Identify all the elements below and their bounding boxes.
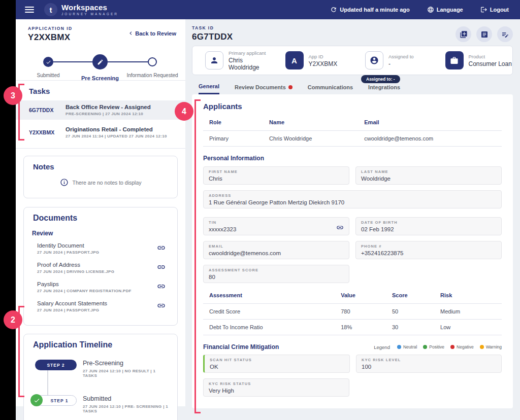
timeline-step-title: Pre-Screening bbox=[83, 360, 169, 367]
duplicate-add-icon bbox=[460, 30, 468, 39]
notes-card: Notes There are no notes to display bbox=[23, 156, 178, 198]
legend-warning: Warning bbox=[480, 344, 502, 349]
duplicate-button[interactable] bbox=[456, 26, 471, 42]
step-submitted-icon[interactable] bbox=[43, 57, 53, 67]
timeline-step-title: Submitted bbox=[83, 395, 169, 402]
application-id-value: Y2XXBMX bbox=[28, 32, 72, 43]
document-title: Payslips bbox=[37, 281, 157, 287]
scan-hit-status-field[interactable]: SCAN HIT STATUS OK bbox=[203, 355, 350, 373]
assessment-score-field[interactable]: ASSESSMENT SCORE 80 bbox=[203, 265, 349, 283]
document-item: Identity Document 27 JUN 2024 | PASSPORT… bbox=[32, 239, 169, 258]
app-title: Workspaces bbox=[61, 4, 118, 11]
info-label: Assigned to bbox=[388, 54, 414, 59]
chevron-left-icon bbox=[127, 30, 134, 37]
step-information-requested-icon[interactable] bbox=[148, 57, 157, 66]
edit-note-button[interactable] bbox=[497, 26, 513, 42]
kyc-risk-level-field[interactable]: KYC RISK LEVEL 100 bbox=[356, 355, 502, 373]
language-button[interactable]: Language bbox=[427, 6, 463, 13]
document-link-icon[interactable] bbox=[157, 282, 169, 293]
fcm-title: Financial Crime Mitigation bbox=[203, 343, 279, 351]
task-row-6g7tddx[interactable]: 6G7TDDX Back Office Review - Assigned PR… bbox=[16, 100, 185, 120]
personal-information-title: Personal Information bbox=[203, 155, 502, 162]
application-timeline-card: Application Timeline STEP 2 Pre-Screenin… bbox=[23, 334, 178, 420]
top-navbar: t Workspaces JOURNEY MANAGER Updated hal… bbox=[16, 0, 520, 19]
step-label-submitted: Submitted bbox=[37, 73, 59, 78]
task-id-block: TASK ID 6G7TDDX bbox=[192, 25, 233, 42]
applicants-table-row: Primary Chris Wooldridge cwooldridge@tem… bbox=[203, 131, 502, 146]
kyc-risk-status-field[interactable]: KYC RISK STATUS Very High bbox=[203, 378, 349, 397]
task-id: Y2XXBMX bbox=[29, 129, 66, 135]
refresh-status[interactable]: Updated half a minute ago bbox=[330, 6, 410, 13]
document-title: Salary Account Statements bbox=[37, 300, 157, 306]
step-label-information-requested: Information Requested bbox=[126, 73, 178, 78]
app-id-item: A App ID Y2XXBMX bbox=[273, 51, 353, 69]
product-item: Product Consumer Loan bbox=[433, 51, 513, 69]
language-label: Language bbox=[437, 7, 463, 13]
address-field[interactable]: ADDRESS 1 Rue Général George Patton Mert… bbox=[203, 190, 502, 208]
timeline-step-meta: 27 JUN 2024 12:10 | NO RESULT | 1 TASKS bbox=[83, 369, 169, 378]
document-link-icon[interactable] bbox=[157, 243, 169, 254]
info-value: Chris Wooldridge bbox=[229, 57, 273, 71]
document-view-button[interactable] bbox=[476, 26, 492, 42]
document-meta: 27 JUN 2024 | PASSPORT.JPG bbox=[37, 308, 157, 312]
letter-a-icon: A bbox=[285, 51, 304, 69]
screen-edge-strip bbox=[0, 0, 16, 420]
date-of-birth-field[interactable]: DATE OF BIRTH 02 Feb 1992 bbox=[355, 217, 502, 235]
assigned-to-item[interactable]: Assigned to - bbox=[352, 51, 433, 69]
refresh-icon bbox=[330, 6, 337, 13]
document-link-icon[interactable] bbox=[157, 301, 169, 312]
brand-logo-letter: t bbox=[50, 6, 52, 14]
email-field[interactable]: EMAIL cwooldridge@temenos.com bbox=[203, 241, 349, 259]
pencil-icon bbox=[97, 59, 104, 65]
info-value: Consumer Loan bbox=[469, 60, 512, 67]
tab-general[interactable]: General bbox=[199, 83, 219, 94]
info-value: - bbox=[388, 60, 414, 67]
menu-icon[interactable] bbox=[25, 7, 34, 13]
tasks-title: Tasks bbox=[16, 87, 185, 95]
brand-block: Workspaces JOURNEY MANAGER bbox=[61, 4, 118, 16]
last-name-field[interactable]: LAST NAME Wooldridge bbox=[355, 166, 502, 185]
tasks-section: Tasks 6G7TDDX Back Office Review - Assig… bbox=[16, 81, 185, 149]
annotation-marker-3: 3 bbox=[4, 86, 22, 105]
legend-neutral: Neutral bbox=[397, 344, 417, 349]
task-meta: PRE-SCREENING | 27 JUN 2024 12:10 bbox=[66, 112, 151, 116]
assessment-row-credit-score: Credit Score 780 50 Medium bbox=[203, 304, 502, 319]
first-name-field[interactable]: FIRST NAME Chris bbox=[203, 166, 349, 185]
back-to-review-link[interactable]: Back to Review bbox=[127, 30, 176, 37]
step-label-prescreening: Pre Screening bbox=[81, 75, 119, 81]
document-title: Identity Document bbox=[37, 242, 157, 249]
task-panel: TASK ID 6G7TDDX Pr bbox=[185, 19, 520, 420]
logout-button[interactable]: Logout bbox=[480, 6, 509, 13]
document-title: Proof of Address bbox=[37, 262, 157, 268]
step-prescreening-icon[interactable] bbox=[92, 54, 108, 69]
phone-field[interactable]: PHONE # +352416223875 bbox=[355, 241, 502, 259]
document-item: Payslips 27 JUN 2024 | COMPANY REGISTRAT… bbox=[32, 277, 169, 297]
document-item: Salary Account Statements 27 JUN 2024 | … bbox=[32, 297, 169, 316]
documents-group-review: Review bbox=[32, 230, 169, 237]
brand-logo: t bbox=[44, 3, 57, 16]
tab-communications[interactable]: Communications bbox=[308, 83, 353, 94]
notes-title: Notes bbox=[32, 162, 169, 171]
task-tabs: General Review Documents Communications … bbox=[192, 83, 513, 94]
task-row-y2xxbmx[interactable]: Y2XXBMX Originations Retail - Completed … bbox=[16, 123, 185, 142]
notes-empty-message: There are no notes to display bbox=[73, 180, 142, 186]
divider bbox=[16, 148, 185, 149]
application-stepper: Submitted Pre Screening Information Requ… bbox=[16, 44, 185, 80]
annotation-marker-2: 2 bbox=[4, 310, 22, 329]
tab-integrations[interactable]: Integrations bbox=[368, 83, 400, 94]
document-link-icon[interactable] bbox=[157, 263, 169, 273]
person-icon bbox=[205, 51, 223, 69]
legend-negative: Negative bbox=[450, 344, 474, 349]
tin-field[interactable]: TIN xxxxx2323 bbox=[203, 217, 349, 235]
app-subtitle: JOURNEY MANAGER bbox=[61, 12, 118, 16]
info-icon bbox=[60, 178, 69, 187]
link-icon[interactable] bbox=[336, 224, 344, 233]
task-id-value: 6G7TDDX bbox=[192, 32, 233, 42]
task-summary-card: Primary applicant Chris Wooldridge A App… bbox=[192, 46, 513, 75]
tab-review-documents[interactable]: Review Documents bbox=[235, 83, 292, 94]
annotation-marker-4: 4 bbox=[175, 102, 193, 121]
check-circle-icon bbox=[30, 394, 43, 406]
application-sidebar: APPLICATION ID Y2XXBMX Back to Review Su… bbox=[16, 19, 185, 406]
applicants-table-header: Role Name Email bbox=[203, 119, 502, 125]
step-badge: STEP 2 bbox=[35, 360, 77, 370]
